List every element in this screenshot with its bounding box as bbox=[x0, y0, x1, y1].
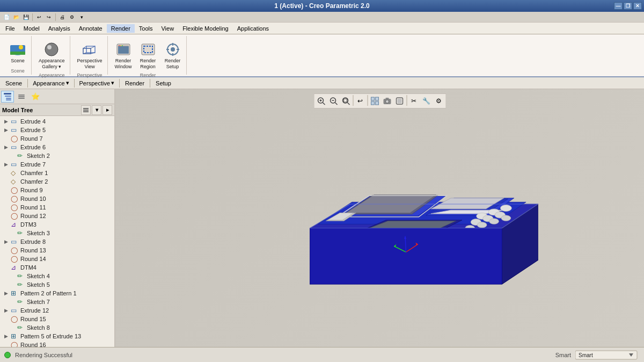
view-settings-button[interactable]: ⚙ bbox=[433, 95, 444, 107]
menu-render[interactable]: Render bbox=[107, 24, 135, 33]
tree-item[interactable]: ◯Round 15 bbox=[0, 315, 114, 323]
title-bar: 1 (Active) - Creo Parametric 2.0 — ❐ ✕ bbox=[0, 0, 644, 12]
tree-item[interactable]: ▶▭Extrude 12 bbox=[0, 306, 114, 315]
save-button[interactable]: 💾 bbox=[21, 13, 30, 21]
tree-item[interactable]: ◯Round 10 bbox=[0, 194, 114, 203]
menu-tools[interactable]: Tools bbox=[135, 24, 157, 33]
tree-item[interactable]: ◇Chamfer 1 bbox=[0, 169, 114, 177]
tree-item[interactable]: ◯Round 12 bbox=[0, 212, 114, 220]
display-style-button[interactable] bbox=[393, 95, 405, 107]
menu-model[interactable]: Model bbox=[19, 24, 44, 33]
tree-collapse-button[interactable]: ▾ bbox=[92, 105, 101, 115]
svg-rect-52 bbox=[385, 98, 389, 99]
tree-expand-icon[interactable]: ▶ bbox=[4, 239, 11, 244]
title-bar-controls: — ❐ ✕ bbox=[614, 2, 642, 10]
perspective-view-button[interactable]: PerspectiveView bbox=[75, 39, 105, 71]
tree-item[interactable]: ▶▭Extrude 7 bbox=[0, 160, 114, 169]
tree-item[interactable]: ⊿DTM3 bbox=[0, 220, 114, 229]
more-button[interactable]: ▾ bbox=[77, 13, 86, 21]
tree-item[interactable]: ▶▭Extrude 5 bbox=[0, 126, 114, 134]
tree-more-button[interactable]: ▸ bbox=[103, 105, 112, 115]
tree-item[interactable]: ◯Round 16 bbox=[0, 341, 114, 347]
minimize-button[interactable]: — bbox=[614, 2, 623, 10]
tree-item[interactable]: ✏Sketch 8 bbox=[0, 323, 114, 332]
tree-item[interactable]: ✏Sketch 2 bbox=[0, 151, 114, 160]
tree-item[interactable]: ▶⊞Pattern 2 of Pattern 1 bbox=[0, 289, 114, 298]
menu-applications[interactable]: Applications bbox=[233, 24, 273, 33]
svg-rect-49 bbox=[375, 102, 378, 105]
tree-expand-icon[interactable]: ▶ bbox=[4, 162, 11, 167]
zoom-out-button[interactable] bbox=[327, 95, 339, 107]
tree-expand-icon[interactable]: ▶ bbox=[4, 334, 11, 339]
tree-item[interactable]: ✏Sketch 3 bbox=[0, 229, 114, 237]
chamfer-icon: ◇ bbox=[11, 169, 19, 177]
new-button[interactable]: 📄 bbox=[2, 13, 11, 21]
open-button[interactable]: 📂 bbox=[12, 13, 20, 21]
appearance-gallery-button[interactable]: AppearanceGallery ▾ bbox=[36, 39, 68, 71]
tree-item[interactable]: ◇Chamfer 2 bbox=[0, 177, 114, 186]
tree-item-label: Sketch 3 bbox=[27, 230, 50, 236]
menu-view[interactable]: View bbox=[157, 24, 178, 33]
tree-expand-icon[interactable]: ▶ bbox=[4, 127, 11, 133]
tb2-perspective[interactable]: Perspective ▾ bbox=[77, 78, 117, 88]
tree-item[interactable]: ⊿DTM4 bbox=[0, 263, 114, 272]
undo-button[interactable]: ↩ bbox=[35, 13, 43, 21]
zoom-fit-button[interactable] bbox=[340, 95, 352, 107]
close-button[interactable]: ✕ bbox=[633, 2, 642, 10]
extrude-icon: ▭ bbox=[11, 143, 19, 151]
tb2-render[interactable]: Render bbox=[122, 79, 148, 88]
tree-item[interactable]: ◯Round 11 bbox=[0, 203, 114, 212]
render-region-button[interactable]: RenderRegion bbox=[137, 39, 159, 71]
tb2-setup[interactable]: Setup bbox=[152, 79, 174, 88]
tree-item[interactable]: ▶▭Extrude 4 bbox=[0, 117, 114, 126]
menu-flexible-modeling[interactable]: Flexible Modeling bbox=[178, 24, 233, 33]
tb2-appearance[interactable]: Appearance ▾ bbox=[30, 78, 71, 88]
tree-item[interactable]: ◯Round 9 bbox=[0, 186, 114, 194]
tb2-scene[interactable]: Scene bbox=[2, 79, 25, 88]
tree-expand-icon[interactable]: ▶ bbox=[4, 144, 11, 150]
render-window-button[interactable]: RenderWindow bbox=[112, 39, 135, 71]
viewport[interactable]: ↩ ✂ 🔧 ⚙ bbox=[115, 89, 644, 347]
redo-button[interactable]: ↪ bbox=[45, 13, 53, 21]
menu-annotate[interactable]: Annotate bbox=[75, 24, 107, 33]
tree-item[interactable]: ◯Round 13 bbox=[0, 246, 114, 255]
render-setup-button[interactable]: RenderSetup bbox=[162, 39, 184, 71]
svg-point-16 bbox=[120, 45, 121, 46]
menu-analysis[interactable]: Analysis bbox=[44, 24, 75, 33]
section-button[interactable]: ✂ bbox=[408, 95, 420, 107]
tree-item[interactable]: ◯Round 7 bbox=[0, 134, 114, 143]
tree-expand-icon[interactable]: ▶ bbox=[4, 119, 11, 124]
tree-item[interactable]: ▶⊞Pattern 5 of Extrude 13 bbox=[0, 332, 114, 341]
refit-button[interactable]: ↩ bbox=[354, 95, 366, 107]
tree-expand-icon[interactable]: ▶ bbox=[4, 308, 11, 313]
print-button[interactable]: 🖨 bbox=[58, 13, 67, 21]
tree-item[interactable]: ✏Sketch 4 bbox=[0, 272, 114, 280]
tree-item-label: Chamfer 2 bbox=[20, 178, 48, 185]
restore-button[interactable]: ❐ bbox=[624, 2, 632, 10]
render-setup-label: RenderSetup bbox=[165, 58, 181, 70]
tree-item[interactable]: ▶▭Extrude 6 bbox=[0, 143, 114, 151]
model-tree-tab[interactable] bbox=[1, 91, 14, 103]
annotation-button[interactable]: 🔧 bbox=[420, 95, 432, 107]
scene-button[interactable]: Scene bbox=[6, 39, 29, 66]
vt-sep-3 bbox=[406, 95, 407, 106]
tree-item[interactable]: ✏Sketch 7 bbox=[0, 298, 114, 306]
svg-point-4 bbox=[45, 43, 58, 56]
extrude-icon: ▭ bbox=[11, 126, 19, 134]
menu-file[interactable]: File bbox=[1, 24, 19, 33]
tree-item-label: Chamfer 1 bbox=[20, 170, 48, 176]
settings-button[interactable]: ⚙ bbox=[68, 13, 76, 21]
main-content: ⭐ Model Tree ▾ ▸ ▶▭Extrude 4▶▭E bbox=[0, 89, 644, 347]
tree-item[interactable]: ✏Sketch 5 bbox=[0, 280, 114, 289]
favorites-tab[interactable]: ⭐ bbox=[29, 91, 42, 103]
smart-select-dropdown[interactable]: Smart bbox=[575, 350, 640, 360]
tree-expand-icon[interactable]: ▶ bbox=[4, 291, 11, 296]
3d-model-viewport[interactable] bbox=[223, 116, 633, 336]
tree-item[interactable]: ▶▭Extrude 8 bbox=[0, 237, 114, 246]
tree-settings-button[interactable] bbox=[81, 105, 91, 115]
zoom-in-button[interactable] bbox=[315, 95, 327, 107]
camera-button[interactable] bbox=[381, 95, 393, 107]
named-views-button[interactable] bbox=[369, 95, 380, 107]
tree-item[interactable]: ◯Round 14 bbox=[0, 255, 114, 263]
layer-tree-tab[interactable] bbox=[15, 91, 28, 103]
